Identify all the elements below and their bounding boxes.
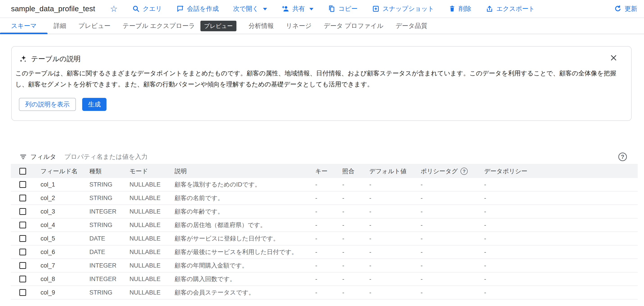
field-description: 顧客の購入回数です。 xyxy=(174,275,315,283)
query-button[interactable]: クエリ xyxy=(132,4,162,13)
field-key: - xyxy=(315,208,342,215)
field-policy-tags: - xyxy=(421,222,484,229)
table-row: col_9 STRING NULLABLE 顧客の会員ステータスです。 - - … xyxy=(11,286,638,300)
field-name: col_9 xyxy=(40,289,90,296)
column-header-key[interactable]: キー xyxy=(315,167,342,175)
row-checkbox[interactable] xyxy=(19,208,26,215)
row-checkbox[interactable] xyxy=(19,195,26,201)
field-description: 顧客の居住地（都道府県）です。 xyxy=(174,221,315,229)
field-description: 顧客の会員ステータスです。 xyxy=(174,289,315,297)
tab-data-quality[interactable]: データ品質 xyxy=(390,18,434,34)
query-label: クエリ xyxy=(143,4,162,13)
field-mode: NULLABLE xyxy=(130,208,174,215)
open-in-button[interactable]: 次で開く xyxy=(233,4,267,13)
table-row: col_8 INTEGER NULLABLE 顧客の購入回数です。 - - - … xyxy=(11,273,638,286)
column-header-description[interactable]: 説明 xyxy=(174,167,315,175)
copy-label: コピー xyxy=(338,4,358,13)
field-key: - xyxy=(315,249,342,256)
policy-tags-help-icon[interactable]: ? xyxy=(460,168,468,175)
field-description: 顧客の名前です。 xyxy=(174,194,315,202)
create-conversation-label: 会話を作成 xyxy=(187,4,219,13)
tab-details[interactable]: 詳細 xyxy=(48,18,72,34)
field-data-policy: - xyxy=(484,222,638,229)
tab-lineage[interactable]: リネージ xyxy=(280,18,318,34)
tab-table-explorer[interactable]: テーブル エクスプローラ プレビュー xyxy=(117,18,242,34)
row-checkbox[interactable] xyxy=(19,235,26,242)
field-default-value: - xyxy=(369,289,421,296)
field-policy-tags: - xyxy=(421,195,484,202)
tab-schema[interactable]: スキーマ xyxy=(0,18,48,34)
field-policy-tags: - xyxy=(421,276,484,283)
field-mode: NULLABLE xyxy=(130,289,174,296)
field-name: col_4 xyxy=(40,222,90,229)
card-title: テーブルの説明 xyxy=(31,54,80,64)
field-mode: NULLABLE xyxy=(130,276,174,283)
field-mode: NULLABLE xyxy=(130,222,174,229)
field-type: STRING xyxy=(90,195,130,202)
filter-input[interactable] xyxy=(64,153,266,161)
table-title: sample_data_profile_test xyxy=(11,4,95,13)
delete-button[interactable]: 削除 xyxy=(448,4,471,13)
row-checkbox[interactable] xyxy=(19,181,26,188)
field-name: col_5 xyxy=(40,235,90,242)
filter-icon xyxy=(19,153,27,161)
snapshot-label: スナップショット xyxy=(382,4,434,13)
table-header-row: フィールド名 種類 モード 説明 キー 照合 デフォルト値 ポリシータグ ? デ… xyxy=(11,164,638,178)
sparkle-icon xyxy=(19,55,28,63)
refresh-button[interactable]: 更新 xyxy=(614,4,637,13)
snapshot-icon xyxy=(372,5,380,12)
row-checkbox[interactable] xyxy=(19,249,26,255)
generate-button[interactable]: 生成 xyxy=(82,98,106,111)
share-button[interactable]: 共有 xyxy=(282,4,314,13)
field-description: 顧客の年齢です。 xyxy=(174,207,315,216)
field-default-value: - xyxy=(369,195,421,202)
search-icon xyxy=(132,5,140,12)
column-header-type[interactable]: 種類 xyxy=(90,167,130,175)
create-conversation-button[interactable]: 会話を作成 xyxy=(176,4,219,13)
table-row: col_5 DATE NULLABLE 顧客がサービスに登録した日付です。 - … xyxy=(11,232,638,246)
tab-data-profile[interactable]: データ プロファイル xyxy=(318,18,390,34)
field-default-value: - xyxy=(369,235,421,242)
field-type: INTEGER xyxy=(90,208,130,215)
column-header-field-name[interactable]: フィールド名 xyxy=(40,167,90,175)
open-in-label: 次で開く xyxy=(233,4,258,13)
column-header-policy-tags[interactable]: ポリシータグ ? xyxy=(421,167,484,175)
field-name: col_1 xyxy=(40,181,90,188)
field-description: 顧客が最後にサービスを利用した日付です。 xyxy=(174,248,315,256)
field-data-policy: - xyxy=(484,289,638,296)
table-row: col_2 STRING NULLABLE 顧客の名前です。 - - - - - xyxy=(11,192,638,205)
show-column-descriptions-button[interactable]: 列の説明を表示 xyxy=(19,98,76,111)
tab-label: 分析情報 xyxy=(248,21,274,30)
column-header-collation[interactable]: 照合 xyxy=(342,167,369,175)
field-data-policy: - xyxy=(484,181,638,188)
column-header-mode[interactable]: モード xyxy=(130,167,174,175)
column-header-default-value[interactable]: デフォルト値 xyxy=(369,167,421,175)
column-header-data-policy[interactable]: データポリシー xyxy=(484,167,638,175)
field-policy-tags: - xyxy=(421,235,484,242)
tab-preview[interactable]: プレビュー xyxy=(72,18,117,34)
row-checkbox[interactable] xyxy=(19,262,26,269)
tab-insights[interactable]: 分析情報 xyxy=(242,18,280,34)
snapshot-button[interactable]: スナップショット xyxy=(372,4,434,13)
row-checkbox[interactable] xyxy=(19,222,26,228)
tab-label: データ品質 xyxy=(396,21,428,30)
field-description: 顧客を識別するためのIDです。 xyxy=(174,180,315,189)
field-default-value: - xyxy=(369,208,421,215)
upload-icon xyxy=(486,5,493,12)
tab-label: テーブル エクスプローラ xyxy=(123,21,195,30)
copy-button[interactable]: コピー xyxy=(328,4,358,13)
help-icon[interactable]: ? xyxy=(618,153,627,161)
field-data-policy: - xyxy=(484,208,638,215)
chevron-down-icon xyxy=(310,8,314,10)
select-all-checkbox[interactable] xyxy=(19,168,26,175)
row-checkbox[interactable] xyxy=(19,289,26,296)
delete-label: 削除 xyxy=(459,4,471,13)
field-key: - xyxy=(315,262,342,269)
star-button[interactable]: ☆ xyxy=(110,4,118,13)
field-type: INTEGER xyxy=(90,276,130,283)
row-checkbox[interactable] xyxy=(19,276,26,282)
export-button[interactable]: エクスポート xyxy=(486,4,535,13)
field-type: STRING xyxy=(90,222,130,229)
close-icon[interactable] xyxy=(609,53,618,62)
trash-icon xyxy=(448,5,456,12)
